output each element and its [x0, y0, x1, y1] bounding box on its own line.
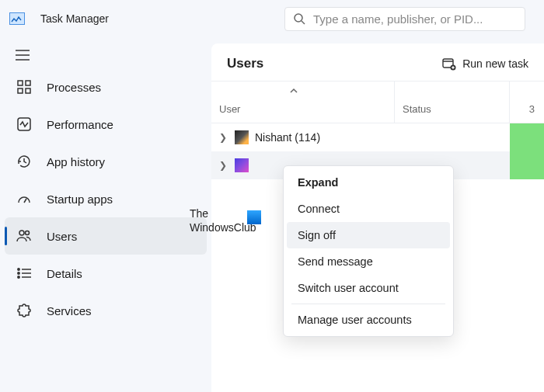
- svg-rect-6: [26, 81, 30, 85]
- sidebar-item-label: Startup apps: [47, 193, 113, 206]
- hamburger-icon: [16, 50, 30, 61]
- sidebar-item-services[interactable]: Services: [5, 292, 207, 329]
- context-menu-switch-user[interactable]: Switch user account: [287, 275, 450, 301]
- sidebar-item-app-history[interactable]: App history: [5, 143, 207, 180]
- column-header-status[interactable]: Status: [395, 82, 510, 123]
- watermark-text: The WindowsClub: [190, 206, 256, 234]
- context-menu-sign-off[interactable]: Sign off: [287, 222, 450, 248]
- users-icon: [16, 227, 33, 245]
- watermark-icon: [247, 210, 261, 224]
- context-menu-connect[interactable]: Connect: [287, 196, 450, 222]
- sidebar-item-label: App history: [47, 155, 105, 168]
- search-icon: [293, 12, 305, 25]
- page-title: Users: [227, 56, 263, 71]
- sidebar-item-label: Processes: [47, 81, 101, 94]
- context-menu-expand[interactable]: Expand: [287, 169, 450, 196]
- grid-icon: [16, 78, 33, 95]
- run-task-icon: [442, 57, 456, 71]
- activity-icon: [16, 116, 33, 133]
- sidebar-item-users[interactable]: Users: [5, 217, 207, 255]
- svg-point-15: [18, 272, 19, 274]
- metric-cell: [510, 151, 544, 179]
- column-header-end[interactable]: 3: [510, 82, 544, 123]
- main-header: Users Run new task: [211, 43, 544, 81]
- svg-point-11: [19, 231, 24, 235]
- user-avatar: [235, 130, 249, 144]
- sidebar-item-startup-apps[interactable]: Startup apps: [5, 180, 207, 217]
- metric-cell: [510, 123, 544, 151]
- history-icon: [16, 153, 33, 170]
- sidebar-item-label: Users: [47, 230, 77, 243]
- user-avatar: [235, 158, 249, 172]
- run-task-label: Run new task: [462, 57, 528, 70]
- hamburger-button[interactable]: [5, 42, 207, 68]
- search-box[interactable]: [284, 7, 525, 31]
- sidebar-item-label: Performance: [47, 118, 113, 131]
- context-menu-separator: [291, 304, 445, 304]
- table-header: User Status 3: [211, 81, 544, 123]
- svg-line-1: [302, 21, 305, 24]
- svg-point-12: [26, 231, 30, 235]
- context-menu-send-message[interactable]: Send message: [287, 248, 450, 275]
- expand-caret-icon[interactable]: ❯: [219, 132, 227, 143]
- svg-line-10: [24, 199, 26, 203]
- sidebar-item-performance[interactable]: Performance: [5, 106, 207, 143]
- sidebar-item-details[interactable]: Details: [5, 255, 207, 292]
- list-icon: [16, 265, 33, 282]
- svg-rect-8: [26, 88, 30, 93]
- svg-point-17: [18, 276, 19, 278]
- user-row[interactable]: ❯ Nishant (114): [211, 123, 544, 151]
- context-menu-manage-users[interactable]: Manage user accounts: [287, 307, 450, 333]
- gauge-icon: [16, 190, 33, 207]
- sidebar-item-processes[interactable]: Processes: [5, 68, 207, 106]
- svg-point-13: [18, 269, 19, 270]
- sort-indicator-icon[interactable]: [289, 83, 298, 97]
- expand-caret-icon[interactable]: ❯: [219, 160, 227, 171]
- puzzle-icon: [16, 302, 33, 319]
- svg-rect-5: [18, 81, 23, 85]
- app-icon: [9, 12, 25, 25]
- app-title: Task Manager: [40, 12, 109, 25]
- column-header-user[interactable]: User: [211, 82, 395, 123]
- user-name: Nishant (114): [255, 131, 320, 144]
- sidebar-item-label: Details: [47, 267, 82, 280]
- sidebar-item-label: Services: [47, 304, 92, 317]
- svg-rect-7: [18, 88, 23, 93]
- svg-point-0: [295, 14, 302, 22]
- context-menu: Expand Connect Sign off Send message Swi…: [283, 165, 454, 337]
- title-bar: Task Manager: [0, 0, 544, 37]
- run-new-task-button[interactable]: Run new task: [442, 57, 528, 71]
- sidebar: Processes Performance App history Startu…: [0, 37, 211, 392]
- search-input[interactable]: [313, 12, 517, 26]
